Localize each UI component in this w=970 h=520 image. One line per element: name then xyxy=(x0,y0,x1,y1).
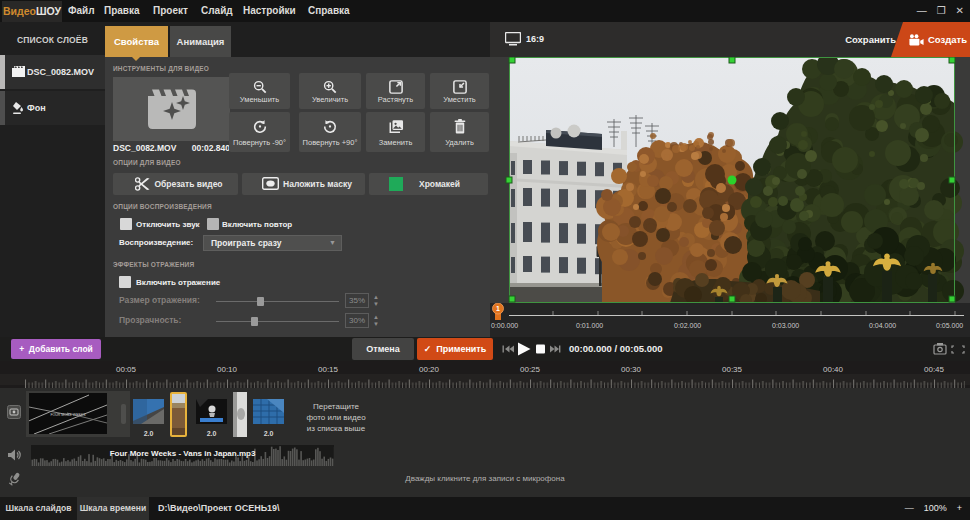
svg-text:1: 1 xyxy=(496,305,500,312)
svg-text:FOUR MORE WEEKS: FOUR MORE WEEKS xyxy=(50,413,86,417)
